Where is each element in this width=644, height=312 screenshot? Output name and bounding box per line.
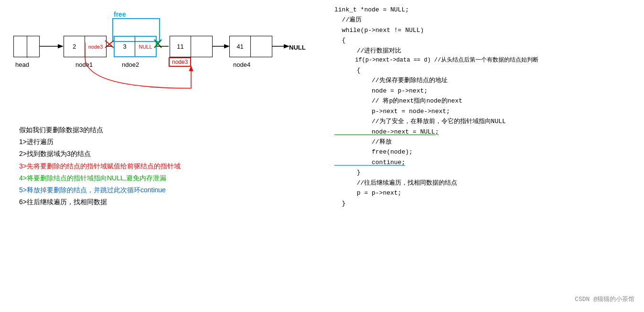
code-line-11: //为了安全，在释放前，令它的指针域指向NULL: [334, 116, 634, 126]
free-label: free: [114, 10, 126, 18]
ndoe2-box: 3 NULL: [114, 36, 157, 57]
node4-box: 41: [229, 36, 272, 57]
code-line-8: node = p->next;: [334, 86, 634, 96]
node4-label: node4: [233, 61, 250, 68]
head-node: [13, 36, 40, 57]
desc-line-3: 3>先将要删除的结点的指针域赋值给前驱结点的指针域: [19, 160, 315, 172]
code-line-19: }: [334, 198, 634, 208]
code-line-18: p = p->next;: [334, 188, 634, 198]
node3-redbox: node3: [169, 57, 191, 67]
code-line-3: {: [334, 35, 634, 45]
left-panel: free head 2 node3 node1 3 NULL ndoe2 nod…: [0, 0, 325, 312]
code-line-17: //往后继续遍历，找相同数据的结点: [334, 178, 634, 188]
code-line-7: //先保存要删除结点的地址: [334, 75, 634, 85]
node1-box: 2 node3: [64, 36, 107, 57]
code-line-12: node->next = NULL;: [334, 127, 634, 137]
desc-line-1: 1>进行遍历: [19, 136, 315, 148]
code-line-15: continue;: [334, 157, 634, 167]
code-line-5: if(p->next->data == d) //从头结点后第一个有数据的结点始…: [334, 56, 634, 65]
desc-line-0: 假如我们要删除数据3的结点: [19, 124, 315, 136]
code-line-16: }: [334, 167, 634, 177]
node3-box: 11: [170, 36, 213, 57]
code-line-1: //遍历: [334, 15, 634, 25]
code-line-0: link_t *node = NULL;: [334, 5, 634, 15]
right-panel: link_t *node = NULL; //遍历 while(p->next …: [325, 0, 644, 312]
code-line-4: //进行数据对比: [334, 46, 634, 56]
desc-line-5: 5>释放掉要删除的结点，并跳过此次循环continue: [19, 184, 315, 196]
null-end-label: NULL: [289, 44, 306, 51]
head-label: head: [15, 61, 29, 68]
desc-line-2: 2>找到数据域为3的结点: [19, 148, 315, 160]
ndoe2-label: ndoe2: [122, 61, 139, 68]
desc-area: 假如我们要删除数据3的结点 1>进行遍历 2>找到数据域为3的结点 3>先将要删…: [10, 124, 315, 208]
code-line-2: while(p->next != NULL): [334, 25, 634, 35]
node1-label: node1: [75, 61, 93, 68]
code-line-14: free(node);: [334, 147, 634, 157]
code-line-13: //释放: [334, 137, 634, 147]
diagram-svg: [10, 10, 315, 119]
diagram-area: free head 2 node3 node1 3 NULL ndoe2 nod…: [10, 10, 315, 119]
desc-line-6: 6>往后继续遍历，找相同数据: [19, 196, 315, 208]
desc-line-4: 4>将要删除结点的指针域指向NULL,避免内存泄漏: [19, 172, 315, 184]
main-container: free head 2 node3 node1 3 NULL ndoe2 nod…: [0, 0, 644, 312]
code-line-9: // 将p的next指向node的next: [334, 96, 634, 106]
code-line-6: {: [334, 65, 634, 75]
watermark: CSDN @猫猫的小茶馆: [575, 295, 634, 305]
code-line-10: p->next = node->next;: [334, 106, 634, 116]
